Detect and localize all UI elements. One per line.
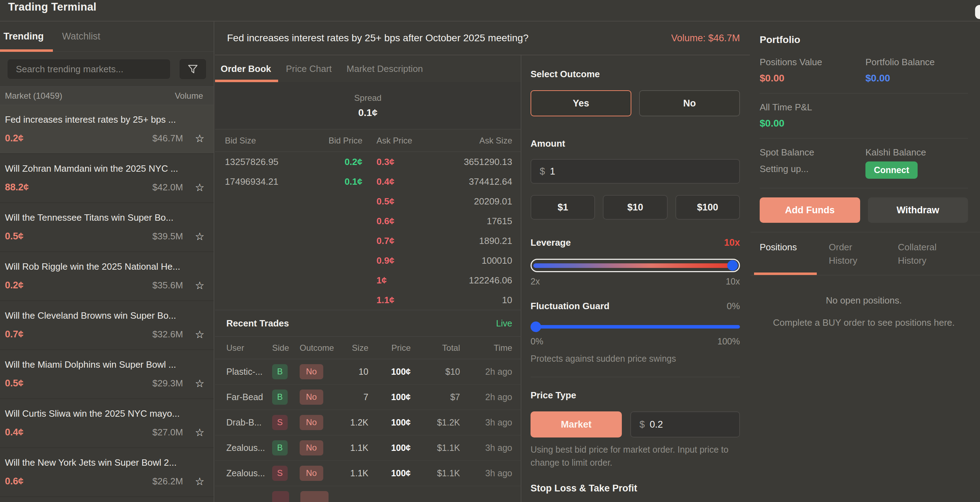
- side-badge: B: [272, 440, 288, 456]
- ask-price: 0.9¢: [363, 255, 436, 266]
- partial-outcome-badge: [300, 491, 329, 502]
- orderbook-row[interactable]: 0.7¢ 1890.21: [215, 231, 521, 251]
- market-count-label: Market (10459): [5, 91, 62, 101]
- portfolio-tab[interactable]: Collateral History: [898, 241, 959, 275]
- withdraw-button[interactable]: Withdraw: [868, 197, 968, 223]
- amount-value: 1: [550, 166, 555, 177]
- select-outcome-label: Select Outcome: [531, 69, 740, 79]
- orderbook-row[interactable]: 17496934.21 0.1¢ 0.4¢ 374412.64: [215, 172, 521, 191]
- trade-row[interactable]: Zealous... B No 1.1K 100¢ $1.1K 3h ago: [215, 435, 521, 461]
- trade-total: $1.2K: [411, 418, 460, 427]
- fluctuation-max-label: 100%: [718, 336, 740, 346]
- filter-button[interactable]: [179, 59, 207, 79]
- orderbook-row[interactable]: 13257826.95 0.2¢ 0.3¢ 3651290.13: [215, 152, 521, 172]
- limit-price-input[interactable]: $ 0.2: [630, 411, 740, 437]
- star-icon[interactable]: ☆: [195, 231, 204, 242]
- leverage-slider[interactable]: [531, 259, 740, 272]
- amount-currency-prefix: $: [540, 166, 545, 177]
- trade-size: 1.2K: [331, 418, 368, 427]
- portfolio-tab[interactable]: Positions: [760, 241, 813, 275]
- orderbook-rows: 13257826.95 0.2¢ 0.3¢ 3651290.13 1749693…: [215, 152, 521, 310]
- spot-balance-label: Spot Balance: [760, 147, 865, 158]
- trade-row[interactable]: Far-Bead B No 7 100¢ $7 2h ago: [215, 384, 521, 410]
- outcome-badge: No: [300, 415, 323, 430]
- trade-user: Drab-B...: [226, 418, 272, 427]
- ask-price: 0.5¢: [363, 196, 436, 207]
- markets-sidebar: Trending Watchlist Market (10459) Volume…: [0, 22, 214, 502]
- star-icon[interactable]: ☆: [195, 182, 204, 193]
- ask-size: 100010: [436, 255, 512, 266]
- outcome-badge: No: [300, 440, 323, 456]
- orderbook-tab[interactable]: Market Description: [347, 56, 423, 82]
- portfolio-tab[interactable]: Order History: [829, 241, 881, 275]
- ask-size: 17615: [436, 216, 512, 227]
- fluctuation-slider[interactable]: [531, 321, 740, 332]
- leverage-slider-thumb[interactable]: [727, 260, 738, 271]
- orderbook-tab[interactable]: Order Book: [221, 56, 271, 82]
- star-icon[interactable]: ☆: [195, 378, 204, 389]
- sidebar-tab[interactable]: Trending: [3, 22, 44, 51]
- star-icon[interactable]: ☆: [195, 476, 204, 487]
- outcome-button[interactable]: Yes: [531, 90, 632, 116]
- trade-time: 3h ago: [460, 468, 512, 478]
- market-list-item[interactable]: Will the New York Jets win Super Bowl 2.…: [0, 448, 214, 497]
- orderbook-column-headers: Bid Size Bid Price Ask Price Ask Size: [215, 129, 521, 152]
- trade-row[interactable]: Plastic-... B No 10 100¢ $10 2h ago: [215, 359, 521, 384]
- market-list-item[interactable]: Will the Tennessee Titans win Super Bo..…: [0, 203, 214, 252]
- orderbook-row[interactable]: 1.1¢ 10: [215, 290, 521, 310]
- market-list-item[interactable]: Will the Miami Dolphins win Super Bowl .…: [0, 350, 214, 399]
- quick-amount-button[interactable]: $10: [603, 195, 667, 220]
- star-icon[interactable]: ☆: [195, 133, 204, 144]
- trade-total: $10: [411, 367, 460, 377]
- market-list-item[interactable]: Will the Cleveland Browns win Super Bo..…: [0, 301, 214, 350]
- outcome-badge: No: [300, 364, 323, 379]
- trade-price: 100¢: [368, 418, 411, 427]
- market-order-button[interactable]: Market: [531, 411, 622, 437]
- volume-column-label: Volume: [175, 91, 203, 101]
- quick-amount-button[interactable]: $1: [531, 195, 595, 220]
- trade-row[interactable]: Zealous... S No 1.1K 100¢ $1.1K 3h ago: [215, 461, 521, 486]
- market-list-item[interactable]: Will Rob Riggle win the 2025 National He…: [0, 252, 214, 301]
- kalshi-balance-label: Kalshi Balance: [865, 147, 968, 158]
- ask-size: 122246.06: [436, 275, 512, 286]
- search-input[interactable]: [7, 59, 170, 79]
- sidebar-tab[interactable]: Watchlist: [62, 22, 100, 51]
- market-volume: $39.5M: [152, 231, 183, 242]
- fluctuation-slider-track: [531, 325, 740, 329]
- connect-button[interactable]: Connect: [865, 162, 918, 179]
- trades-column-headers: User Side Outcome Size Price Total Time: [215, 336, 521, 359]
- outcome-badge: No: [300, 389, 323, 405]
- outcome-button[interactable]: No: [639, 90, 740, 116]
- funnel-icon: [187, 63, 199, 75]
- market-list-item[interactable]: Will Zohran Mamdani win the 2025 NYC ...…: [0, 154, 214, 203]
- star-icon[interactable]: ☆: [195, 427, 204, 438]
- bid-size: 13257826.95: [225, 157, 296, 167]
- market-volume-total: Volume: $46.7M: [671, 33, 740, 44]
- quick-amount-button[interactable]: $100: [675, 195, 740, 220]
- trade-size: 7: [331, 392, 368, 402]
- market-price: 0.7¢: [5, 329, 24, 340]
- add-funds-button[interactable]: Add Funds: [760, 197, 860, 223]
- orderbook-tab[interactable]: Price Chart: [286, 56, 332, 82]
- market-list-item[interactable]: Fed increases interest rates by 25+ bps …: [0, 105, 214, 154]
- orderbook-row[interactable]: 0.6¢ 17615: [215, 211, 521, 231]
- trade-price: 100¢: [368, 443, 411, 453]
- market-list-header: Market (10459) Volume: [0, 86, 214, 105]
- orderbook-row[interactable]: 0.5¢ 20209.01: [215, 191, 521, 211]
- trade-user: Far-Bead: [226, 392, 272, 402]
- amount-input[interactable]: $ 1: [531, 159, 740, 184]
- all-time-pnl-label: All Time P&L: [760, 102, 968, 113]
- market-list-item[interactable]: Will Curtis Sliwa win the 2025 NYC mayo.…: [0, 399, 214, 448]
- col-side: Side: [272, 343, 300, 353]
- market-volume: $29.3M: [152, 378, 183, 389]
- portfolio-balance: $0.00: [865, 73, 968, 84]
- side-badge: S: [272, 466, 288, 481]
- trade-row[interactable]: Drab-B... S No 1.2K 100¢ $1.2K 3h ago: [215, 410, 521, 435]
- orderbook-row[interactable]: 0.9¢ 100010: [215, 251, 521, 270]
- leverage-max-label: 10x: [726, 276, 740, 287]
- quick-amount-buttons: $1 $10 $100: [531, 195, 740, 220]
- fluctuation-slider-thumb[interactable]: [531, 321, 541, 332]
- star-icon[interactable]: ☆: [195, 280, 204, 291]
- star-icon[interactable]: ☆: [195, 329, 204, 340]
- orderbook-row[interactable]: 1¢ 122246.06: [215, 270, 521, 290]
